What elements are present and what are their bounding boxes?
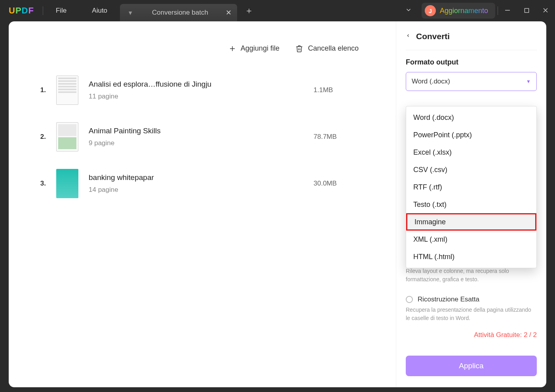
radio-label: Ricostruzione Esatta — [418, 295, 479, 303]
clear-list-button[interactable]: Cancella elenco — [295, 44, 359, 53]
back-icon[interactable] — [406, 32, 411, 41]
close-tab-icon[interactable]: ✕ — [226, 8, 232, 17]
layout-desc-1: Rileva layout e colonne, ma recupera sol… — [406, 267, 537, 284]
file-row[interactable]: 1. Analisi ed esplora…ffusione di Jingju… — [36, 67, 369, 114]
file-index: 2. — [36, 133, 46, 141]
file-size: 1.1MB — [314, 86, 369, 94]
file-title: Animal Painting Skills — [89, 127, 303, 135]
chevron-down-icon: ▼ — [526, 79, 531, 84]
file-row[interactable]: 2. Animal Painting Skills 9 pagine 78.7M… — [36, 114, 369, 160]
format-option[interactable]: HTML (.html) — [406, 248, 536, 265]
upgrade-label: Aggiornamento — [440, 7, 488, 15]
menu-file[interactable]: File — [43, 7, 79, 15]
titlebar: UPDF File Aiuto ▾ Conversione batch ✕ ＋ … — [0, 0, 555, 21]
file-thumbnail — [56, 169, 78, 198]
file-thumbnail — [56, 76, 78, 105]
clear-list-label: Cancella elenco — [308, 44, 359, 53]
tab-menu-icon[interactable]: ▾ — [129, 9, 132, 17]
file-index: 3. — [36, 180, 46, 187]
minimize-button[interactable] — [498, 8, 517, 14]
upgrade-pill[interactable]: J Aggiornamento — [422, 3, 495, 19]
file-pages: 14 pagine — [89, 186, 303, 194]
app-body: Aggiungi file Cancella elenco 1. Analisi… — [9, 21, 546, 387]
plus-icon — [229, 45, 236, 52]
convert-panel: Converti Formato output Word (.docx) ▼ W… — [396, 21, 546, 387]
file-size: 78.7MB — [314, 133, 369, 141]
app-logo: UPDF — [9, 6, 34, 16]
new-tab-button[interactable]: ＋ — [241, 5, 257, 17]
format-label: Formato output — [406, 58, 537, 66]
file-thumbnail — [56, 122, 78, 151]
radio-exact-reconstruction[interactable]: Ricostruzione Esatta — [406, 295, 537, 303]
apply-button[interactable]: Applica — [406, 356, 537, 376]
maximize-button[interactable] — [517, 8, 536, 14]
format-select[interactable]: Word (.docx) ▼ — [406, 72, 537, 91]
file-list-pane: Aggiungi file Cancella elenco 1. Analisi… — [9, 21, 396, 387]
tab-batch-conversion[interactable]: ▾ Conversione batch ✕ — [120, 4, 237, 21]
free-tasks-label: Attività Gratuite: 2 / 2 — [406, 331, 537, 339]
format-option[interactable]: Testo (.txt) — [406, 196, 536, 213]
format-option[interactable]: Immagine — [406, 213, 536, 231]
format-option[interactable]: PowerPoint (.pptx) — [406, 126, 536, 144]
format-option[interactable]: RTF (.rtf) — [406, 178, 536, 196]
radio-icon — [406, 296, 413, 303]
file-pages: 9 pagine — [89, 139, 303, 147]
file-index: 1. — [36, 86, 46, 94]
menu-help[interactable]: Aiuto — [79, 7, 120, 15]
file-title: banking whitepapar — [89, 173, 303, 182]
tab-label: Conversione batch — [152, 9, 208, 17]
add-file-label: Aggiungi file — [241, 44, 279, 53]
layout-desc-2: Recupera la presentazione della pagina u… — [406, 306, 537, 322]
chevron-down-icon[interactable] — [395, 6, 422, 15]
svg-rect-1 — [525, 8, 528, 12]
format-dropdown: Word (.docx)PowerPoint (.pptx)Excel (.xl… — [406, 106, 537, 268]
format-option[interactable]: Word (.docx) — [406, 109, 536, 126]
add-file-button[interactable]: Aggiungi file — [229, 44, 279, 53]
close-window-button[interactable] — [536, 8, 555, 14]
avatar: J — [425, 5, 436, 16]
list-toolbar: Aggiungi file Cancella elenco — [36, 35, 369, 67]
file-pages: 11 pagine — [89, 93, 303, 100]
file-row[interactable]: 3. banking whitepapar 14 pagine 30.0MB — [36, 160, 369, 207]
panel-title: Converti — [416, 32, 450, 41]
file-size: 30.0MB — [314, 180, 369, 187]
file-title: Analisi ed esplora…ffusione di Jingju — [89, 80, 303, 89]
format-option[interactable]: CSV (.csv) — [406, 161, 536, 178]
format-option[interactable]: Excel (.xlsx) — [406, 144, 536, 161]
format-selected: Word (.docx) — [412, 78, 450, 85]
trash-icon — [295, 45, 303, 53]
format-option[interactable]: XML (.xml) — [406, 231, 536, 248]
